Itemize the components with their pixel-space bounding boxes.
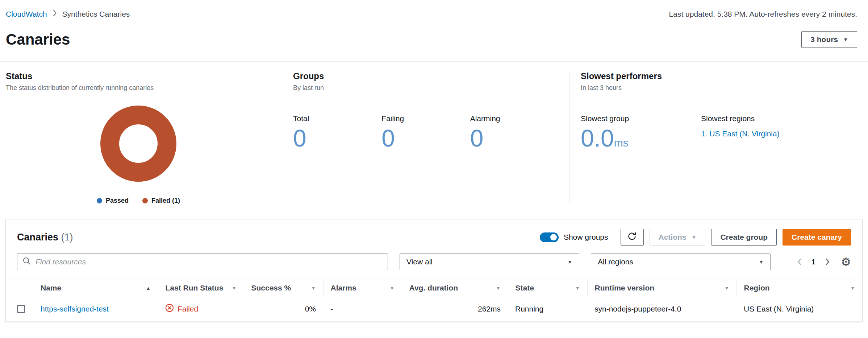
time-range-dropdown[interactable]: 3 hours ▼ — [801, 31, 857, 48]
cell-alarms: - — [323, 296, 402, 322]
overview-dashboard: Status The status distribution of curren… — [0, 62, 868, 219]
sort-ascending-icon: ▲ — [146, 285, 151, 291]
view-filter-select[interactable]: View all ▼ — [400, 254, 579, 270]
column-runtime-version-label: Runtime version — [595, 284, 655, 292]
column-header-avg-duration[interactable]: Avg. duration▼ — [402, 280, 508, 296]
create-group-button[interactable]: Create group — [711, 229, 777, 246]
slowest-panel-subtitle: In last 3 hours — [581, 84, 857, 92]
toggle-knob — [550, 234, 557, 240]
filter-caret-icon: ▼ — [390, 285, 395, 291]
stat-total-label: Total — [293, 114, 381, 123]
donut-failed-segment — [110, 115, 167, 172]
breadcrumb-chevron-icon — [52, 9, 57, 18]
filter-caret-icon: ▼ — [496, 285, 501, 291]
groups-stats: Total 0 Failing 0 Alarming 0 — [293, 114, 559, 151]
column-header-name[interactable]: Name▲ — [33, 280, 158, 296]
page-title: Canaries — [6, 31, 70, 48]
table-header-row: Name▲ Last Run Status▼ Success %▼ Alarms… — [6, 280, 862, 296]
region-filter-select[interactable]: All regions ▼ — [591, 254, 771, 270]
stat-failing-value: 0 — [381, 126, 470, 151]
table-filter-row: View all ▼ All regions ▼ 1 ⚙ — [6, 254, 862, 280]
show-groups-label: Show groups — [564, 233, 608, 242]
filter-caret-icon: ▼ — [725, 285, 729, 291]
column-header-runtime-version[interactable]: Runtime version▼ — [587, 280, 736, 296]
search-box — [17, 254, 388, 270]
caret-down-icon: ▼ — [692, 235, 697, 240]
search-input[interactable] — [36, 254, 383, 270]
legend-passed-label: Passed — [106, 197, 129, 205]
slowest-group-stat: Slowest group 0.0ms — [581, 114, 701, 151]
failed-label: Failed — [178, 305, 198, 313]
column-state-label: State — [516, 284, 534, 292]
stat-total: Total 0 — [293, 114, 381, 151]
row-select-cell — [6, 296, 33, 322]
column-avg-duration-label: Avg. duration — [409, 284, 458, 292]
refresh-button[interactable] — [621, 229, 644, 246]
groups-panel-title: Groups — [293, 71, 559, 81]
column-name-label: Name — [41, 284, 61, 292]
slowest-panel-title: Slowest performers — [581, 71, 857, 81]
table-controls: Show groups Actions ▼ Create group Creat… — [540, 229, 851, 246]
column-region-label: Region — [744, 284, 770, 292]
column-last-run-status-label: Last Run Status — [166, 284, 224, 292]
filter-caret-icon: ▼ — [850, 285, 855, 291]
column-header-region[interactable]: Region▼ — [736, 280, 862, 296]
failed-circle-x-icon — [165, 304, 174, 314]
slowest-regions-stat: Slowest regions 1. US East (N. Virginia) — [701, 114, 780, 151]
canaries-card-title: Canaries (1) — [17, 232, 73, 243]
slowest-group-unit: ms — [614, 137, 629, 149]
slowest-group-number: 0.0 — [581, 125, 614, 152]
slowest-region-link[interactable]: 1. US East (N. Virginia) — [701, 129, 780, 138]
show-groups-toggle[interactable] — [540, 232, 559, 242]
status-legend: Passed Failed (1) — [6, 197, 271, 205]
create-canary-button[interactable]: Create canary — [783, 229, 851, 246]
stat-alarming-value: 0 — [470, 126, 559, 151]
actions-dropdown[interactable]: Actions ▼ — [650, 229, 706, 246]
passed-dot-icon — [97, 198, 102, 203]
column-header-state[interactable]: State▼ — [508, 280, 587, 296]
slowest-group-value: 0.0ms — [581, 126, 701, 151]
cell-avg-duration: 262ms — [402, 296, 508, 322]
region-filter-value: All regions — [598, 257, 633, 266]
legend-item-passed[interactable]: Passed — [97, 197, 129, 205]
select-all-header — [6, 280, 33, 296]
refresh-icon — [627, 231, 637, 243]
last-updated-text: Last updated: 5:38 PM. Auto-refreshes ev… — [669, 10, 857, 18]
canaries-card: Canaries (1) Show groups Actions ▼ Creat… — [5, 219, 863, 322]
stat-total-value: 0 — [293, 126, 381, 151]
canary-name-link[interactable]: https-selfsigned-test — [41, 305, 109, 313]
cell-name: https-selfsigned-test — [33, 296, 158, 322]
column-header-success[interactable]: Success %▼ — [244, 280, 323, 296]
breadcrumb-cloudwatch-link[interactable]: CloudWatch — [6, 10, 47, 18]
table-settings-gear-button[interactable]: ⚙ — [841, 256, 851, 268]
canaries-table: Name▲ Last Run Status▼ Success %▼ Alarms… — [6, 280, 862, 322]
stat-failing-label: Failing — [381, 114, 470, 123]
column-header-last-run-status[interactable]: Last Run Status▼ — [158, 280, 244, 296]
time-range-label: 3 hours — [810, 35, 838, 44]
cell-region: US East (N. Virginia) — [736, 296, 862, 322]
next-page-button[interactable] — [821, 255, 834, 268]
stat-failing: Failing 0 — [381, 114, 470, 151]
filter-caret-icon: ▼ — [575, 285, 580, 291]
status-donut-chart — [100, 106, 176, 182]
topbar: CloudWatch Synthetics Canaries Last upda… — [0, 0, 868, 18]
caret-down-icon: ▼ — [843, 37, 848, 42]
previous-page-button[interactable] — [793, 255, 806, 268]
caret-down-icon: ▼ — [567, 259, 572, 265]
row-checkbox[interactable] — [17, 305, 25, 313]
pagination: 1 — [793, 255, 834, 269]
groups-panel-subtitle: By last run — [293, 84, 559, 92]
column-alarms-label: Alarms — [331, 284, 356, 292]
canaries-title-text: Canaries — [17, 232, 58, 243]
status-panel: Status The status distribution of curren… — [0, 71, 282, 205]
slowest-group-label: Slowest group — [581, 114, 701, 123]
current-page-button[interactable]: 1 — [808, 255, 819, 269]
create-group-label: Create group — [720, 233, 768, 242]
caret-down-icon: ▼ — [759, 259, 764, 265]
breadcrumb-current: Synthetics Canaries — [62, 10, 130, 18]
legend-item-failed[interactable]: Failed (1) — [142, 197, 180, 205]
legend-failed-label: Failed (1) — [151, 197, 180, 205]
filter-caret-icon: ▼ — [311, 285, 316, 291]
column-header-alarms[interactable]: Alarms▼ — [323, 280, 402, 296]
failed-dot-icon — [142, 198, 148, 203]
